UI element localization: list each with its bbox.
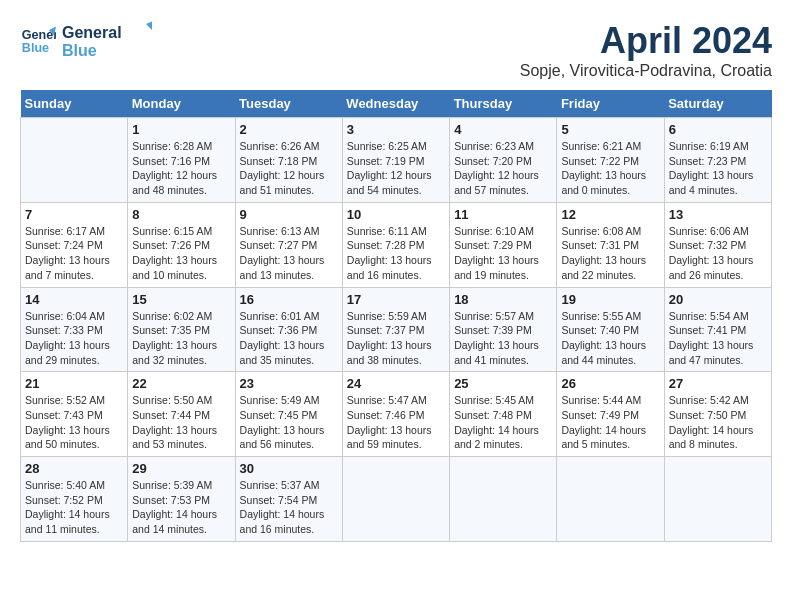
day-info: Sunrise: 6:15 AMSunset: 7:26 PMDaylight:…: [132, 224, 230, 283]
calendar-week-2: 7Sunrise: 6:17 AMSunset: 7:24 PMDaylight…: [21, 202, 772, 287]
day-number: 24: [347, 376, 445, 391]
logo: General Blue General Blue: [20, 20, 152, 62]
day-number: 17: [347, 292, 445, 307]
weekday-thursday: Thursday: [450, 90, 557, 118]
calendar-cell-1-6: 5Sunrise: 6:21 AMSunset: 7:22 PMDaylight…: [557, 118, 664, 203]
day-number: 10: [347, 207, 445, 222]
day-info: Sunrise: 6:08 AMSunset: 7:31 PMDaylight:…: [561, 224, 659, 283]
day-info: Sunrise: 5:54 AMSunset: 7:41 PMDaylight:…: [669, 309, 767, 368]
day-info: Sunrise: 5:57 AMSunset: 7:39 PMDaylight:…: [454, 309, 552, 368]
calendar-week-5: 28Sunrise: 5:40 AMSunset: 7:52 PMDayligh…: [21, 457, 772, 542]
day-info: Sunrise: 5:55 AMSunset: 7:40 PMDaylight:…: [561, 309, 659, 368]
calendar-cell-5-4: [342, 457, 449, 542]
logo-icon: General Blue: [20, 23, 56, 59]
weekday-header-row: SundayMondayTuesdayWednesdayThursdayFrid…: [21, 90, 772, 118]
calendar-cell-1-5: 4Sunrise: 6:23 AMSunset: 7:20 PMDaylight…: [450, 118, 557, 203]
day-info: Sunrise: 5:50 AMSunset: 7:44 PMDaylight:…: [132, 393, 230, 452]
svg-text:General: General: [62, 24, 122, 41]
calendar-cell-2-3: 9Sunrise: 6:13 AMSunset: 7:27 PMDaylight…: [235, 202, 342, 287]
day-info: Sunrise: 6:06 AMSunset: 7:32 PMDaylight:…: [669, 224, 767, 283]
calendar-cell-1-2: 1Sunrise: 6:28 AMSunset: 7:16 PMDaylight…: [128, 118, 235, 203]
calendar-cell-3-3: 16Sunrise: 6:01 AMSunset: 7:36 PMDayligh…: [235, 287, 342, 372]
day-number: 30: [240, 461, 338, 476]
logo-svg: General Blue: [62, 20, 152, 62]
calendar-cell-5-7: [664, 457, 771, 542]
day-number: 7: [25, 207, 123, 222]
weekday-monday: Monday: [128, 90, 235, 118]
calendar-cell-2-4: 10Sunrise: 6:11 AMSunset: 7:28 PMDayligh…: [342, 202, 449, 287]
day-number: 21: [25, 376, 123, 391]
calendar-cell-1-7: 6Sunrise: 6:19 AMSunset: 7:23 PMDaylight…: [664, 118, 771, 203]
svg-text:Blue: Blue: [62, 42, 97, 59]
calendar-title: April 2024: [520, 20, 772, 62]
day-info: Sunrise: 6:23 AMSunset: 7:20 PMDaylight:…: [454, 139, 552, 198]
day-number: 13: [669, 207, 767, 222]
day-number: 5: [561, 122, 659, 137]
day-number: 4: [454, 122, 552, 137]
calendar-cell-1-1: [21, 118, 128, 203]
title-block: April 2024 Sopje, Virovitica-Podravina, …: [520, 20, 772, 80]
calendar-cell-5-5: [450, 457, 557, 542]
calendar-cell-4-3: 23Sunrise: 5:49 AMSunset: 7:45 PMDayligh…: [235, 372, 342, 457]
day-info: Sunrise: 6:21 AMSunset: 7:22 PMDaylight:…: [561, 139, 659, 198]
day-info: Sunrise: 6:10 AMSunset: 7:29 PMDaylight:…: [454, 224, 552, 283]
day-number: 26: [561, 376, 659, 391]
calendar-week-4: 21Sunrise: 5:52 AMSunset: 7:43 PMDayligh…: [21, 372, 772, 457]
day-number: 8: [132, 207, 230, 222]
calendar-cell-2-5: 11Sunrise: 6:10 AMSunset: 7:29 PMDayligh…: [450, 202, 557, 287]
svg-marker-6: [146, 20, 152, 32]
calendar-cell-2-7: 13Sunrise: 6:06 AMSunset: 7:32 PMDayligh…: [664, 202, 771, 287]
weekday-wednesday: Wednesday: [342, 90, 449, 118]
day-number: 25: [454, 376, 552, 391]
day-info: Sunrise: 6:25 AMSunset: 7:19 PMDaylight:…: [347, 139, 445, 198]
day-number: 29: [132, 461, 230, 476]
day-info: Sunrise: 6:19 AMSunset: 7:23 PMDaylight:…: [669, 139, 767, 198]
day-number: 16: [240, 292, 338, 307]
day-number: 18: [454, 292, 552, 307]
day-info: Sunrise: 5:45 AMSunset: 7:48 PMDaylight:…: [454, 393, 552, 452]
calendar-week-3: 14Sunrise: 6:04 AMSunset: 7:33 PMDayligh…: [21, 287, 772, 372]
calendar-week-1: 1Sunrise: 6:28 AMSunset: 7:16 PMDaylight…: [21, 118, 772, 203]
day-number: 3: [347, 122, 445, 137]
day-info: Sunrise: 5:42 AMSunset: 7:50 PMDaylight:…: [669, 393, 767, 452]
day-info: Sunrise: 6:04 AMSunset: 7:33 PMDaylight:…: [25, 309, 123, 368]
weekday-friday: Friday: [557, 90, 664, 118]
day-number: 2: [240, 122, 338, 137]
page-header: General Blue General Blue April 2024 Sop…: [20, 20, 772, 80]
calendar-cell-3-2: 15Sunrise: 6:02 AMSunset: 7:35 PMDayligh…: [128, 287, 235, 372]
calendar-cell-5-2: 29Sunrise: 5:39 AMSunset: 7:53 PMDayligh…: [128, 457, 235, 542]
calendar-cell-4-2: 22Sunrise: 5:50 AMSunset: 7:44 PMDayligh…: [128, 372, 235, 457]
day-number: 19: [561, 292, 659, 307]
day-number: 14: [25, 292, 123, 307]
day-number: 12: [561, 207, 659, 222]
calendar-cell-5-6: [557, 457, 664, 542]
day-info: Sunrise: 6:28 AMSunset: 7:16 PMDaylight:…: [132, 139, 230, 198]
weekday-sunday: Sunday: [21, 90, 128, 118]
day-info: Sunrise: 6:13 AMSunset: 7:27 PMDaylight:…: [240, 224, 338, 283]
day-info: Sunrise: 5:52 AMSunset: 7:43 PMDaylight:…: [25, 393, 123, 452]
svg-text:Blue: Blue: [22, 41, 49, 55]
day-number: 22: [132, 376, 230, 391]
calendar-cell-3-7: 20Sunrise: 5:54 AMSunset: 7:41 PMDayligh…: [664, 287, 771, 372]
day-info: Sunrise: 5:40 AMSunset: 7:52 PMDaylight:…: [25, 478, 123, 537]
calendar-cell-4-4: 24Sunrise: 5:47 AMSunset: 7:46 PMDayligh…: [342, 372, 449, 457]
calendar-cell-4-1: 21Sunrise: 5:52 AMSunset: 7:43 PMDayligh…: [21, 372, 128, 457]
weekday-tuesday: Tuesday: [235, 90, 342, 118]
calendar-cell-2-2: 8Sunrise: 6:15 AMSunset: 7:26 PMDaylight…: [128, 202, 235, 287]
day-info: Sunrise: 6:02 AMSunset: 7:35 PMDaylight:…: [132, 309, 230, 368]
day-number: 11: [454, 207, 552, 222]
day-number: 28: [25, 461, 123, 476]
day-info: Sunrise: 6:11 AMSunset: 7:28 PMDaylight:…: [347, 224, 445, 283]
day-info: Sunrise: 5:37 AMSunset: 7:54 PMDaylight:…: [240, 478, 338, 537]
day-number: 27: [669, 376, 767, 391]
calendar-cell-5-1: 28Sunrise: 5:40 AMSunset: 7:52 PMDayligh…: [21, 457, 128, 542]
calendar-cell-1-3: 2Sunrise: 6:26 AMSunset: 7:18 PMDaylight…: [235, 118, 342, 203]
calendar-cell-3-6: 19Sunrise: 5:55 AMSunset: 7:40 PMDayligh…: [557, 287, 664, 372]
calendar-cell-2-6: 12Sunrise: 6:08 AMSunset: 7:31 PMDayligh…: [557, 202, 664, 287]
calendar-cell-1-4: 3Sunrise: 6:25 AMSunset: 7:19 PMDaylight…: [342, 118, 449, 203]
calendar-cell-5-3: 30Sunrise: 5:37 AMSunset: 7:54 PMDayligh…: [235, 457, 342, 542]
day-number: 23: [240, 376, 338, 391]
day-info: Sunrise: 6:26 AMSunset: 7:18 PMDaylight:…: [240, 139, 338, 198]
day-info: Sunrise: 6:17 AMSunset: 7:24 PMDaylight:…: [25, 224, 123, 283]
calendar-subtitle: Sopje, Virovitica-Podravina, Croatia: [520, 62, 772, 80]
